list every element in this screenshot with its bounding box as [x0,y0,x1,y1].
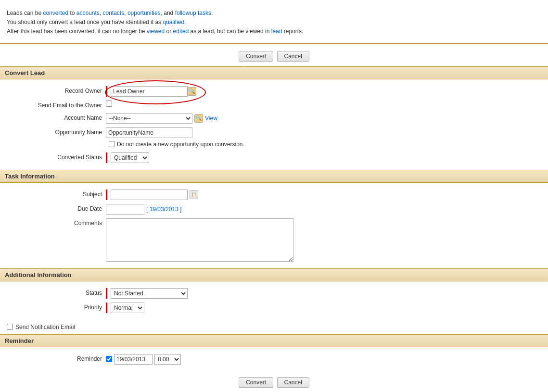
additional-info-header: Additional Information [0,268,548,281]
due-date-label: Due Date [0,204,106,212]
priority-label: Priority [0,303,106,311]
no-opportunity-row: Do not create a new opportunity upon con… [0,140,548,148]
notify-checkbox[interactable] [7,324,13,330]
status-row: Status Not Started In Progress Completed… [0,286,548,301]
reminder-body: Reminder 8:00 8:30 9:00 9:30 10:00 [0,347,548,371]
record-owner-field: 🔍 [106,86,548,97]
owner-wrapper: 🔍 [111,86,196,97]
account-name-row: Account Name --None-- New Account 🔍 View [0,111,548,126]
cancel-button-bottom[interactable]: Cancel [277,377,309,388]
no-opportunity-label: Do not create a new opportunity upon con… [117,141,244,148]
subject-icon[interactable]: 📋 [190,190,198,199]
no-opportunity-checkbox[interactable] [109,141,115,147]
priority-required [106,303,107,313]
reminder-header: Reminder [0,334,548,347]
required-indicator [106,86,107,97]
send-email-row: Send Email to the Owner [0,99,548,111]
info-line1: Leads can be converted to accounts, cont… [7,9,541,18]
account-name-field: --None-- New Account 🔍 View [106,113,548,124]
priority-row: Priority High Normal Low [0,301,548,315]
account-name-select[interactable]: --None-- New Account [106,113,192,124]
opportunity-name-label: Opportunity Name [0,127,106,136]
subject-row: Subject 📋 [0,188,548,202]
opportunity-name-field [106,127,548,138]
task-info-body: Subject 📋 Due Date [ 19/03/2013 ] Commen… [0,183,548,268]
info-text-block: Leads can be converted to accounts, cont… [0,5,548,41]
convert-button-top[interactable]: Convert [239,51,273,62]
convert-button-bottom[interactable]: Convert [239,377,273,388]
top-buttons-row: Convert Cancel [0,48,548,66]
converted-status-field: Qualified Working Closed [106,152,548,163]
send-email-field [106,101,548,107]
convert-lead-header: Convert Lead [0,66,548,79]
account-lookup-icon[interactable]: 🔍 [194,114,203,123]
bottom-buttons-row: Convert Cancel [0,371,548,392]
record-owner-row: Record Owner 🔍 [0,84,548,99]
reminder-label: Reminder [0,354,106,362]
converted-status-row: Converted Status Qualified Working Close… [0,151,548,165]
comments-field [106,218,548,262]
record-owner-label: Record Owner [0,86,106,94]
due-date-link[interactable]: [ 19/03/2013 ] [146,206,181,213]
info-line2: You should only convert a lead once you … [7,18,541,27]
send-email-label: Send Email to the Owner [0,101,106,109]
record-owner-input[interactable] [111,86,188,97]
comments-textarea[interactable] [106,218,293,262]
converted-status-label: Converted Status [0,152,106,161]
subject-input[interactable] [111,190,188,200]
converted-status-required [106,152,107,163]
status-field: Not Started In Progress Completed Waitin… [106,288,548,299]
opportunity-name-input[interactable] [106,127,192,138]
due-date-input[interactable] [106,204,144,215]
task-info-header: Task Information [0,170,548,183]
reminder-date-input[interactable] [114,354,153,365]
info-line3: After this lead has been converted, it c… [7,27,541,36]
priority-select[interactable]: High Normal Low [111,303,144,313]
reminder-checkbox[interactable] [106,356,112,362]
status-required [106,288,107,299]
priority-field: High Normal Low [106,303,548,313]
subject-required [106,190,107,200]
subject-label: Subject [0,190,106,198]
opportunity-name-row: Opportunity Name [0,126,548,140]
reminder-field: 8:00 8:30 9:00 9:30 10:00 [106,354,548,365]
account-name-label: Account Name [0,113,106,121]
comments-label: Comments [0,218,106,227]
reminder-time-select[interactable]: 8:00 8:30 9:00 9:30 10:00 [154,354,181,365]
gold-divider-top [0,43,548,44]
reminder-row: Reminder 8:00 8:30 9:00 9:30 10:00 [0,352,548,367]
additional-info-body: Status Not Started In Progress Completed… [0,281,548,320]
due-date-field: [ 19/03/2013 ] [106,204,548,215]
comments-row: Comments [0,216,548,264]
due-date-row: Due Date [ 19/03/2013 ] [0,202,548,216]
notify-label: Send Notification Email [15,324,75,330]
cancel-button-top[interactable]: Cancel [277,51,309,62]
convert-lead-body: Record Owner 🔍 Send Email to the Owner A… [0,79,548,170]
subject-field: 📋 [106,190,548,200]
lookup-icon[interactable]: 🔍 [188,87,196,96]
page-wrapper: Leads can be converted to accounts, cont… [0,0,548,392]
notify-row: Send Notification Email [0,320,548,334]
send-email-checkbox[interactable] [106,101,112,107]
converted-status-select[interactable]: Qualified Working Closed [111,152,149,163]
status-label: Status [0,288,106,296]
account-view-link[interactable]: View [205,115,217,122]
status-select[interactable]: Not Started In Progress Completed Waitin… [111,288,188,299]
